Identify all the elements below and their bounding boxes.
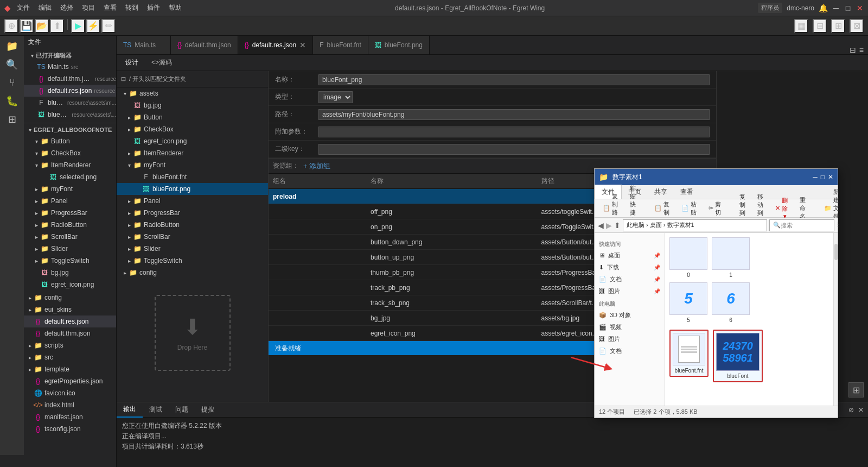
- fp-assets-folder[interactable]: 📁 assets: [117, 87, 268, 99]
- explorer-scrollbar[interactable]: [833, 233, 838, 406]
- add-group-btn[interactable]: + 添加组: [303, 161, 330, 171]
- explorer-moveto-btn[interactable]: 移动到 ▾: [752, 201, 768, 216]
- prop-type-select[interactable]: image text json: [318, 91, 353, 103]
- tree-src-folder[interactable]: 📁 src: [24, 351, 116, 363]
- fp-bg-jpg[interactable]: 🖼 bg.jpg: [117, 99, 268, 111]
- explorer-rename-btn[interactable]: 重命名: [795, 201, 810, 216]
- extensions-icon[interactable]: ⊞: [8, 113, 16, 125]
- fp-radiobutton-folder[interactable]: 📁 RadioButton: [117, 219, 268, 231]
- menu-edit[interactable]: 编辑: [39, 3, 52, 12]
- fp-slider-folder[interactable]: 📁 Slider: [117, 243, 268, 255]
- menu-goto[interactable]: 转到: [125, 3, 138, 12]
- design-btn[interactable]: 设计: [121, 57, 143, 68]
- explorer-copy-btn[interactable]: 📋 复制: [649, 201, 674, 216]
- explorer-cut-btn[interactable]: ✂ 剪切: [704, 201, 726, 216]
- fp-bluefont-png[interactable]: 🖼 blueFont.png: [117, 183, 268, 195]
- project-header[interactable]: EGRET_ALLBOOKOFNOTE: [24, 124, 116, 135]
- close-btn[interactable]: ✕: [856, 4, 864, 12]
- bottom-tab-issues[interactable]: 问题: [169, 402, 195, 418]
- nav-3d[interactable]: 📦 3D 对象: [595, 309, 665, 321]
- tree-selected-png[interactable]: 🖼 selected.png: [24, 171, 116, 183]
- tree-panel-folder[interactable]: 📁 Panel: [24, 195, 116, 207]
- nav-desktop[interactable]: 🖥 桌面 📌: [595, 249, 665, 261]
- open-file-png[interactable]: 🖼 blueFont.png resource\assets\...: [24, 109, 116, 121]
- open-file-main-ts[interactable]: TS Main.ts src: [24, 61, 116, 73]
- fp-progressbar-folder[interactable]: 📁 ProgressBar: [117, 207, 268, 219]
- tree-itemrenderer-folder[interactable]: 📁 ItemRenderer: [24, 159, 116, 171]
- bottom-tab-test[interactable]: 测试: [143, 402, 169, 418]
- explorer-file-bluefont-fnt[interactable]: blueFont.fnt: [669, 330, 709, 377]
- layout-btn-2[interactable]: ⊟: [813, 19, 827, 33]
- tree-scripts-folder[interactable]: 📁 scripts: [24, 339, 116, 351]
- nav-forward-btn[interactable]: ▶: [606, 221, 612, 230]
- tab-thm-json[interactable]: {} default.thm.json: [171, 36, 238, 54]
- explorer-search-box[interactable]: 🔍: [769, 219, 834, 231]
- code-btn[interactable]: <>源码: [147, 57, 176, 68]
- fp-checkbox-folder[interactable]: 📁 CheckBox: [117, 123, 268, 135]
- run-btn[interactable]: ▶: [71, 19, 85, 33]
- notification-icon[interactable]: 🔔: [819, 4, 828, 12]
- tree-template-folder[interactable]: 📁 template: [24, 363, 116, 375]
- tree-index-html[interactable]: </> index.html: [24, 399, 116, 411]
- nav-downloads[interactable]: ⬇ 下载 📌: [595, 261, 665, 273]
- tree-myfont-folder[interactable]: 📁 myFont: [24, 183, 116, 195]
- open-file-thm[interactable]: {} default.thm.json resource: [24, 73, 116, 85]
- debug-icon[interactable]: 🐛: [6, 95, 18, 107]
- open-file-fnt[interactable]: F blueFont.fnt resource\assets\m...: [24, 97, 116, 109]
- tree-checkbox-folder[interactable]: 📁 CheckBox: [24, 147, 116, 159]
- prop-extra-input[interactable]: [318, 127, 710, 137]
- fp-itemrenderer-folder[interactable]: 📁 ItemRenderer: [117, 147, 268, 159]
- bottom-close-icon[interactable]: ✕: [858, 406, 864, 414]
- nav-pc-pictures[interactable]: 🖼 图片: [595, 333, 665, 345]
- bottom-tab-search[interactable]: 提搜: [195, 402, 221, 418]
- tab-main-ts[interactable]: TS Main.ts: [117, 36, 171, 54]
- debug-btn[interactable]: ⚡: [86, 19, 100, 33]
- fp-scrollbar-folder[interactable]: 📁 ScrollBar: [117, 231, 268, 243]
- drop-zone[interactable]: ⬇ Drop Here: [155, 295, 231, 371]
- tree-favicon[interactable]: 🌐 favicon.ico: [24, 387, 116, 399]
- tree-button-folder[interactable]: 📁 Button: [24, 135, 116, 147]
- tab-more-icon[interactable]: ≡: [859, 46, 864, 54]
- nav-back-btn[interactable]: ◀: [598, 221, 604, 230]
- tree-tsconfig[interactable]: {} tsconfig.json: [24, 423, 116, 435]
- tree-progressbar-folder[interactable]: 📁 ProgressBar: [24, 207, 116, 219]
- layout-btn-1[interactable]: ▦: [794, 19, 808, 33]
- explorer-minimize[interactable]: ─: [813, 173, 818, 181]
- tab-res-json[interactable]: {} default.res.json ✕: [238, 36, 313, 54]
- explorer-search-input[interactable]: [781, 222, 824, 229]
- explorer-tab-share[interactable]: 共享: [648, 185, 674, 199]
- explorer-close[interactable]: ✕: [828, 173, 833, 181]
- tab-png[interactable]: 🖼 blueFont.png: [368, 36, 430, 54]
- nav-up-btn[interactable]: ⬆: [614, 221, 621, 230]
- nav-video[interactable]: 🎬 视频: [595, 321, 665, 333]
- explorer-paste-shortcut-btn[interactable]: 粘贴快捷方式: [625, 201, 641, 216]
- explorer-tab-view[interactable]: 查看: [674, 185, 700, 199]
- nav-pictures[interactable]: 🖼 图片 📌: [595, 285, 665, 297]
- grid-toggle-btn[interactable]: ⊞: [848, 382, 864, 397]
- minimize-btn[interactable]: ─: [832, 4, 840, 12]
- edit-btn[interactable]: ✏: [101, 19, 116, 33]
- fp-button-folder[interactable]: 📁 Button: [117, 111, 268, 123]
- prop-secondary-input[interactable]: [318, 144, 710, 155]
- tree-toggleswitch-folder[interactable]: 📁 ToggleSwitch: [24, 255, 116, 267]
- tab-split-icon[interactable]: ⊟: [850, 46, 856, 54]
- fp-bluefont-fnt[interactable]: F blueFont.fnt: [117, 171, 268, 183]
- open-file-res[interactable]: {} default.res.json resource: [24, 85, 116, 97]
- tree-manifest[interactable]: {} manifest.json: [24, 411, 116, 423]
- upload-btn[interactable]: ⬆: [50, 19, 64, 33]
- fp-panel-folder[interactable]: 📁 Panel: [117, 195, 268, 207]
- menu-file[interactable]: 文件: [17, 3, 30, 12]
- search-icon[interactable]: 🔍: [6, 59, 18, 71]
- git-icon[interactable]: ⑂: [9, 77, 15, 89]
- prop-path-input[interactable]: [318, 109, 710, 120]
- explorer-maximize[interactable]: □: [821, 173, 825, 181]
- nav-documents[interactable]: 📄 文档 📌: [595, 273, 665, 285]
- tree-euiskins-folder[interactable]: 📁 eui_skins: [24, 304, 116, 315]
- explorer-copy-path-btn[interactable]: 📋 复制路径: [598, 201, 623, 216]
- fp-myfont-folder[interactable]: 📁 myFont: [117, 159, 268, 171]
- explorer-newfolder-btn[interactable]: 📁 新建文件夹: [819, 201, 844, 216]
- tab-fnt[interactable]: F blueFont.fnt: [313, 36, 368, 54]
- explorer-copyto-btn[interactable]: 复制到 ▾: [735, 201, 750, 216]
- fp-egret-icon[interactable]: 🖼 egret_icon.png: [117, 135, 268, 147]
- tree-egretprops[interactable]: {} egretProperties.json: [24, 375, 116, 387]
